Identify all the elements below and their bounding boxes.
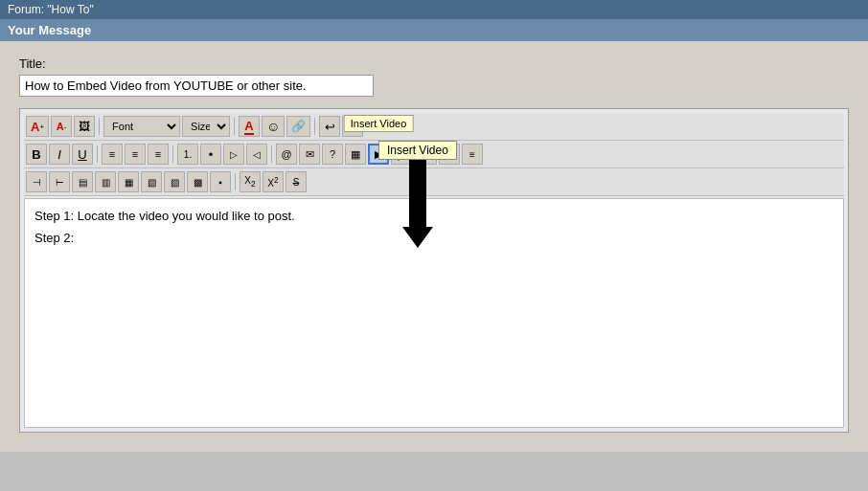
- strike-icon: S: [293, 177, 300, 188]
- toolbar-row-2: B I U ≡ ≡ ≡ 1. •: [24, 141, 844, 168]
- sep6: [271, 145, 272, 163]
- editor-container: A+ A- 🖼 Font Arial Times New Roman Couri…: [19, 108, 849, 433]
- sep2: [234, 118, 235, 135]
- format7-icon: ▪: [218, 177, 222, 188]
- subscript-btn[interactable]: X2: [240, 171, 261, 192]
- font-select[interactable]: Font Arial Times New Roman Courier: [103, 116, 180, 137]
- size-select[interactable]: Size 8 10 12 14: [182, 116, 230, 137]
- bbcode-btn[interactable]: ≡: [462, 144, 483, 165]
- bbcode-icon: ≡: [469, 149, 475, 160]
- insert-video-icon: ▶: [375, 148, 382, 161]
- format4-btn[interactable]: ▧: [141, 171, 162, 192]
- align-center-icon: ≡: [132, 148, 138, 160]
- bold-btn[interactable]: B: [26, 144, 47, 165]
- font-size-decrease-btn[interactable]: A-: [51, 116, 72, 137]
- table-btn[interactable]: ▦: [345, 144, 366, 165]
- table-icon: ▦: [351, 148, 360, 161]
- toolbar-row-1: A+ A- 🖼 Font Arial Times New Roman Couri…: [24, 113, 844, 141]
- format5-btn[interactable]: ▨: [164, 171, 185, 192]
- smiley-btn[interactable]: ☺: [262, 116, 285, 137]
- subscript-icon: X2: [244, 175, 255, 189]
- italic-icon: I: [57, 147, 61, 162]
- format3-btn[interactable]: ▦: [118, 171, 139, 192]
- insert-video-wrapper: ▶ Insert Video: [368, 144, 389, 165]
- font-size-increase-btn[interactable]: A+: [26, 116, 49, 137]
- align-center-btn[interactable]: ≡: [125, 144, 146, 165]
- sep5: [172, 145, 173, 163]
- editor-area-wrapper: Step 1: Locate the video you would like …: [24, 198, 844, 428]
- spoiler-btn[interactable]: 💬: [391, 144, 414, 165]
- sep4: [97, 145, 98, 163]
- align-right-btn[interactable]: ≡: [148, 144, 169, 165]
- align-left-btn[interactable]: ≡: [102, 144, 123, 165]
- inline-code-icon: <>: [444, 149, 455, 160]
- smiley-icon: ☺: [266, 119, 280, 134]
- format6-btn[interactable]: ▩: [187, 171, 208, 192]
- unordered-list-btn[interactable]: •: [200, 144, 221, 165]
- format1-icon: ▤: [79, 177, 87, 188]
- insert-video-btn[interactable]: ▶: [368, 144, 389, 165]
- format3-icon: ▦: [125, 177, 133, 188]
- spoiler-icon: 💬: [396, 148, 409, 161]
- bold-icon: B: [32, 147, 40, 162]
- sep7: [235, 173, 236, 190]
- ordered-list-icon: 1.: [184, 149, 192, 160]
- format1-btn[interactable]: ▤: [72, 171, 93, 192]
- sep3: [314, 118, 315, 135]
- font-size-increase-icon: A: [31, 120, 39, 134]
- outer-container: Title: A+ A- 🖼 Font Arial Times New Roma…: [0, 41, 868, 452]
- undo-icon: ↩: [325, 120, 335, 134]
- insert-image-icon: 🖼: [79, 120, 90, 133]
- forum-bar: Forum: "How To": [0, 0, 868, 19]
- quote-email-icon: ✉: [306, 148, 314, 161]
- format5-icon: ▨: [171, 177, 179, 188]
- format2-btn[interactable]: ▥: [95, 171, 116, 192]
- indent-icon: ▷: [230, 149, 238, 160]
- indent-left-btn[interactable]: ⊣: [26, 171, 47, 192]
- align-left-icon: ≡: [109, 148, 115, 160]
- hide-btn[interactable]: ?: [322, 144, 343, 165]
- title-label: Title:: [19, 56, 849, 71]
- inline-code-btn[interactable]: <>: [439, 144, 460, 165]
- indent-btn[interactable]: ▷: [223, 144, 244, 165]
- hash-icon: #: [423, 147, 429, 162]
- align-right-icon: ≡: [155, 148, 161, 160]
- toolbar-row-3: ⊣ ⊢ ▤ ▥ ▦ ▧ ▨ ▩ ▪: [24, 168, 844, 196]
- superscript-icon: X2: [267, 175, 278, 189]
- unordered-list-icon: •: [209, 147, 214, 162]
- italic-btn[interactable]: I: [49, 144, 70, 165]
- superscript-btn[interactable]: X2: [263, 171, 284, 192]
- indent-left-icon: ⊣: [33, 177, 41, 188]
- your-message-bar: Your Message: [0, 19, 868, 41]
- hash-btn[interactable]: #: [416, 144, 437, 165]
- indent-right-btn[interactable]: ⊢: [49, 171, 70, 192]
- format7-btn[interactable]: ▪: [210, 171, 231, 192]
- outdent-btn[interactable]: ◁: [246, 144, 267, 165]
- sep1: [99, 118, 100, 135]
- insert-video-tooltip: Insert Video: [344, 115, 414, 132]
- link-icon: 🔗: [291, 120, 306, 133]
- strike-btn[interactable]: S: [286, 171, 307, 192]
- editor-line-1: Step 1: Locate the video you would like …: [34, 209, 834, 223]
- underline-icon: U: [78, 147, 86, 162]
- font-color-icon: A: [244, 119, 253, 135]
- format2-icon: ▥: [102, 177, 110, 188]
- link-btn[interactable]: 🔗: [286, 116, 310, 137]
- email-btn[interactable]: @: [276, 144, 297, 165]
- ordered-list-btn[interactable]: 1.: [177, 144, 198, 165]
- quote-email-btn[interactable]: ✉: [299, 144, 320, 165]
- email-icon: @: [281, 148, 291, 160]
- undo-btn[interactable]: ↩: [319, 116, 340, 137]
- title-input[interactable]: [19, 75, 374, 97]
- hide-icon: ?: [330, 148, 335, 160]
- insert-image-btn[interactable]: 🖼: [74, 116, 95, 137]
- forum-label: Forum:: [8, 3, 44, 16]
- outdent-icon: ◁: [253, 149, 261, 160]
- font-size-decrease-icon: A: [57, 121, 64, 132]
- format4-icon: ▧: [148, 177, 156, 188]
- editor-line-2: Step 2:: [34, 231, 834, 245]
- format6-icon: ▩: [194, 177, 202, 188]
- font-color-btn[interactable]: A: [239, 116, 260, 137]
- editor-content[interactable]: Step 1: Locate the video you would like …: [24, 198, 844, 428]
- underline-btn[interactable]: U: [72, 144, 93, 165]
